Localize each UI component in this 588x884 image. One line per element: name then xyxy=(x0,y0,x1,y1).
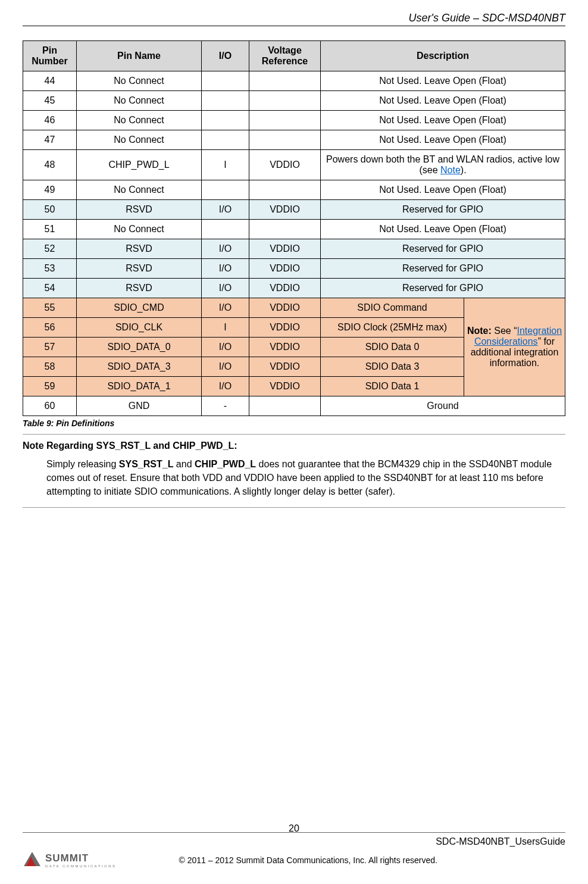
table-cell xyxy=(249,130,321,150)
table-cell-description: Reserved for GPIO xyxy=(321,200,565,220)
logo-icon xyxy=(23,851,42,869)
note-bold1: SYS_RST_L xyxy=(119,459,174,469)
table-cell: I/O xyxy=(202,259,249,279)
table-caption: Table 9: Pin Definitions xyxy=(23,418,565,428)
page-footer: 20 SDC-MSD40NBT_UsersGuide SUMMIT DATA C… xyxy=(23,832,565,869)
sdio-note-cell: Note: See “Integration Considerations” f… xyxy=(464,298,565,396)
note-body: Simply releasing SYS_RST_L and CHIP_PWD_… xyxy=(46,457,565,499)
table-row: 46No ConnectNot Used. Leave Open (Float) xyxy=(23,111,565,130)
table-cell xyxy=(249,71,321,91)
table-row: 60GND-Ground xyxy=(23,396,565,416)
table-cell: 57 xyxy=(23,338,77,357)
table-cell: I/O xyxy=(202,200,249,220)
table-cell: 56 xyxy=(23,318,77,338)
table-cell xyxy=(249,220,321,239)
table-cell xyxy=(202,180,249,200)
th-description: Description xyxy=(321,41,565,71)
th-pin-name: Pin Name xyxy=(77,41,202,71)
table-cell: SDIO Data 3 xyxy=(321,357,464,377)
table-cell xyxy=(249,111,321,130)
table-cell: VDDIO xyxy=(249,357,321,377)
th-pin-number: Pin Number xyxy=(23,41,77,71)
table-cell: I/O xyxy=(202,377,249,396)
table-cell: No Connect xyxy=(77,71,202,91)
table-cell: SDIO Clock (25MHz max) xyxy=(321,318,464,338)
table-cell: 58 xyxy=(23,357,77,377)
table-cell: 49 xyxy=(23,180,77,200)
table-cell: CHIP_PWD_L xyxy=(77,150,202,180)
table-cell: VDDIO xyxy=(249,377,321,396)
page-number: 20 xyxy=(289,823,299,834)
table-cell-description: Not Used. Leave Open (Float) xyxy=(321,220,565,239)
table-cell-description: Reserved for GPIO xyxy=(321,239,565,259)
table-cell: VDDIO xyxy=(249,318,321,338)
table-cell xyxy=(202,91,249,111)
table-row: 55SDIO_CMDI/OVDDIOSDIO CommandNote: See … xyxy=(23,298,565,318)
table-cell: SDIO_CMD xyxy=(77,298,202,318)
pin-definitions-table: Pin Number Pin Name I/O Voltage Referenc… xyxy=(23,40,565,416)
table-cell: 48 xyxy=(23,150,77,180)
table-row: 51No ConnectNot Used. Leave Open (Float) xyxy=(23,220,565,239)
table-row: 53RSVDI/OVDDIOReserved for GPIO xyxy=(23,259,565,279)
separator xyxy=(23,507,565,508)
table-cell: VDDIO xyxy=(249,338,321,357)
table-cell: RSVD xyxy=(77,200,202,220)
table-row: 49No ConnectNot Used. Leave Open (Float) xyxy=(23,180,565,200)
th-io: I/O xyxy=(202,41,249,71)
table-cell: SDIO_DATA_1 xyxy=(77,377,202,396)
table-cell: I/O xyxy=(202,239,249,259)
table-cell: VDDIO xyxy=(249,200,321,220)
table-row: 54RSVDI/OVDDIOReserved for GPIO xyxy=(23,279,565,298)
table-cell: I/O xyxy=(202,279,249,298)
table-cell: 59 xyxy=(23,377,77,396)
table-cell: RSVD xyxy=(77,279,202,298)
table-cell: VDDIO xyxy=(249,279,321,298)
table-cell-description: Not Used. Leave Open (Float) xyxy=(321,130,565,150)
table-cell: No Connect xyxy=(77,111,202,130)
note-bold: Note: xyxy=(467,326,492,336)
table-cell: No Connect xyxy=(77,130,202,150)
table-cell: VDDIO xyxy=(249,239,321,259)
table-cell: 47 xyxy=(23,130,77,150)
table-cell: RSVD xyxy=(77,239,202,259)
table-cell: RSVD xyxy=(77,259,202,279)
table-cell: VDDIO xyxy=(249,259,321,279)
table-cell: 50 xyxy=(23,200,77,220)
table-cell: I/O xyxy=(202,338,249,357)
table-cell: I/O xyxy=(202,298,249,318)
table-cell xyxy=(202,71,249,91)
table-row: 50RSVDI/OVDDIOReserved for GPIO xyxy=(23,200,565,220)
table-cell: I xyxy=(202,318,249,338)
table-cell: 46 xyxy=(23,111,77,130)
table-cell: 54 xyxy=(23,279,77,298)
doc-id: SDC-MSD40NBT_UsersGuide xyxy=(436,836,565,847)
table-cell: SDIO_DATA_0 xyxy=(77,338,202,357)
note-bold2: CHIP_PWD_L xyxy=(195,459,256,469)
table-row: 45No ConnectNot Used. Leave Open (Float) xyxy=(23,91,565,111)
table-cell xyxy=(249,396,321,416)
table-cell: 60 xyxy=(23,396,77,416)
table-cell: SDIO_CLK xyxy=(77,318,202,338)
note-heading: Note Regarding SYS_RST_L and CHIP_PWD_L: xyxy=(23,441,565,451)
table-cell: SDIO_DATA_3 xyxy=(77,357,202,377)
table-cell xyxy=(202,111,249,130)
table-cell: - xyxy=(202,396,249,416)
copyright: © 2011 – 2012 Summit Data Communications… xyxy=(51,855,566,865)
table-row: 44No ConnectNot Used. Leave Open (Float) xyxy=(23,71,565,91)
table-cell: 45 xyxy=(23,91,77,111)
table-cell: I/O xyxy=(202,357,249,377)
table-cell: Ground xyxy=(321,396,565,416)
th-vref: Voltage Reference xyxy=(249,41,321,71)
table-cell-description: Reserved for GPIO xyxy=(321,279,565,298)
table-cell: VDDIO xyxy=(249,150,321,180)
table-cell: No Connect xyxy=(77,220,202,239)
table-cell-description: Powers down both the BT and WLAN radios,… xyxy=(321,150,565,180)
table-cell-description: Not Used. Leave Open (Float) xyxy=(321,71,565,91)
note-link[interactable]: Note xyxy=(440,165,461,175)
separator xyxy=(23,434,565,435)
page-header: User's Guide – SDC-MSD40NBT xyxy=(23,12,565,26)
table-cell xyxy=(249,91,321,111)
table-row: 48CHIP_PWD_LIVDDIOPowers down both the B… xyxy=(23,150,565,180)
table-cell-description: Not Used. Leave Open (Float) xyxy=(321,111,565,130)
table-cell: SDIO Command xyxy=(321,298,464,318)
